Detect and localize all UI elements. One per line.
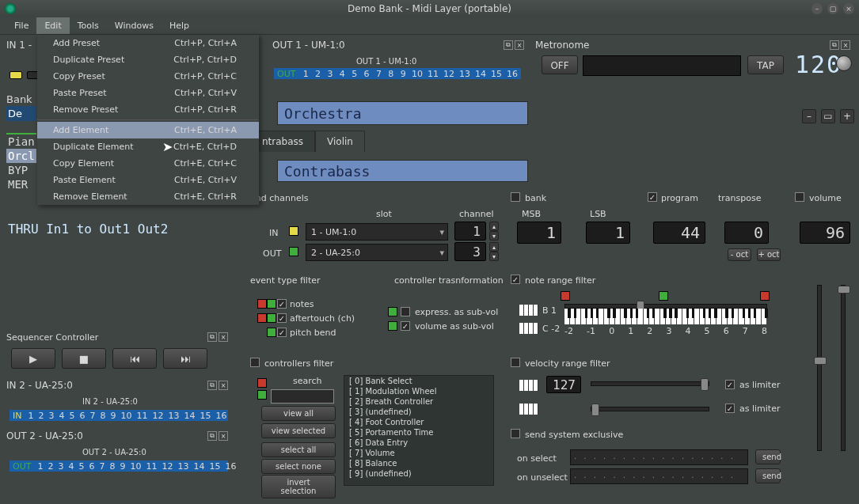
view-selected-button[interactable]: view selected: [261, 423, 336, 438]
sysex-checkbox[interactable]: [511, 429, 520, 438]
transpose-display[interactable]: 0: [724, 222, 769, 244]
out1-channel-strip[interactable]: OUT12345678910111213141516: [274, 68, 521, 79]
close-button[interactable]: ×: [843, 3, 854, 14]
msb-display[interactable]: 1: [517, 222, 561, 244]
vel-range-checkbox[interactable]: [511, 358, 520, 367]
oct-plus-button[interactable]: + oct: [757, 248, 781, 261]
view-all-button[interactable]: view all: [261, 406, 336, 421]
out2-close-icon[interactable]: ×: [219, 431, 228, 441]
menu-item-paste-element[interactable]: Paste ElementCtrl+E, Ctrl+V: [37, 172, 259, 188]
menu-item-add-element[interactable]: Add ElementCtrl+E, Ctrl+A: [37, 122, 259, 138]
prev-button[interactable]: ⏮: [112, 348, 157, 369]
cc-list-item[interactable]: [ 9] (undefined): [344, 468, 493, 479]
preset-plus-button[interactable]: +: [840, 109, 854, 123]
out2-channel-strip[interactable]: OUT12345678910111213141516: [10, 460, 228, 472]
menu-item-duplicate-preset[interactable]: Duplicate PresetCtrl+P, Ctrl+D: [37, 51, 259, 68]
vel-limiter-2-checkbox[interactable]: [725, 404, 735, 413]
out1-detach-icon[interactable]: ⧉: [504, 40, 513, 50]
in2-close-icon[interactable]: ×: [219, 381, 228, 390]
tab-violin[interactable]: Violin: [315, 131, 365, 152]
select-none-button[interactable]: select none: [261, 459, 336, 474]
menu-item-remove-preset[interactable]: Remove PresetCtrl+P, Ctrl+R: [37, 101, 259, 118]
out1-close-icon[interactable]: ×: [515, 40, 524, 50]
select-all-button[interactable]: select all: [261, 442, 336, 457]
next-button[interactable]: ⏭: [163, 348, 207, 369]
cc-list-item[interactable]: [ 6] Data Entry: [344, 438, 493, 448]
route-in-ch-down[interactable]: ▾: [489, 231, 499, 241]
volume-display[interactable]: 96: [800, 222, 850, 244]
vel-value-display[interactable]: 127: [546, 376, 581, 393]
vslider-1[interactable]: [817, 285, 822, 451]
menu-item-copy-element[interactable]: Copy ElementCtrl+E, Ctrl+C: [37, 155, 259, 172]
menu-item-copy-preset[interactable]: Copy PresetCtrl+P, Ctrl+C: [37, 68, 259, 85]
pitch-checkbox[interactable]: [277, 328, 287, 337]
cc-list-item[interactable]: [ 2] Breath Controller: [344, 396, 493, 407]
invert-selection-button[interactable]: invert selection: [261, 475, 336, 498]
after-checkbox[interactable]: [277, 313, 287, 323]
cc-list-item[interactable]: [ 5] Portamento Time: [344, 427, 493, 438]
vel-slider-1[interactable]: [591, 381, 709, 386]
play-button[interactable]: ▶: [11, 348, 55, 369]
cc-list-item[interactable]: [ 4] Foot Controller: [344, 417, 493, 427]
cc-list-item[interactable]: [ 1] Modulation Wheel: [344, 386, 493, 396]
lsb-display[interactable]: 1: [586, 222, 630, 244]
in2-channel-strip[interactable]: IN12345678910111213141516: [10, 410, 228, 421]
menu-windows[interactable]: Windows: [107, 17, 162, 34]
menu-item-add-preset[interactable]: Add PresetCtrl+P, Ctrl+A: [37, 35, 259, 51]
seq-detach-icon[interactable]: ⧉: [207, 332, 217, 342]
menu-tools[interactable]: Tools: [70, 17, 107, 34]
metronome-detach-icon[interactable]: ⧉: [830, 40, 839, 50]
expr-checkbox[interactable]: [401, 307, 410, 316]
bank-checkbox[interactable]: [511, 192, 520, 202]
cc-listbox[interactable]: [ 0] Bank Select[ 1] Modulation Wheel[ 2…: [344, 375, 494, 486]
menu-item-remove-element[interactable]: Remove ElementCtrl+E, Ctrl+R: [37, 188, 259, 205]
menu-edit[interactable]: Edit: [36, 17, 69, 34]
menu-item-paste-preset[interactable]: Paste PresetCtrl+P, Ctrl+V: [37, 85, 259, 101]
ctrl-filter-checkbox[interactable]: [250, 358, 260, 367]
stop-button[interactable]: ■: [62, 348, 106, 369]
preset-row[interactable]: BYP: [6, 163, 36, 177]
send-button-1[interactable]: send: [755, 449, 781, 464]
program-display[interactable]: 44: [653, 222, 705, 244]
piano-keyboard[interactable]: [564, 309, 767, 324]
route-out-ch-down[interactable]: ▾: [489, 252, 499, 261]
out2-detach-icon[interactable]: ⧉: [207, 431, 217, 441]
cc-list-item[interactable]: [ 7] Volume: [344, 448, 493, 458]
on-select-field[interactable]: . . . . . . . . . . . . . . . . . . .: [570, 449, 748, 465]
bank-current[interactable]: De: [6, 106, 36, 121]
notes-checkbox[interactable]: [277, 299, 287, 309]
cc-list-item[interactable]: [ 3] (undefined): [344, 407, 493, 417]
menu-item-duplicate-element[interactable]: Duplicate ElementCtrl+E, Ctrl+D: [37, 138, 259, 155]
oct-minus-button[interactable]: - oct: [728, 248, 751, 261]
volume-checkbox[interactable]: [795, 192, 804, 202]
maximize-button[interactable]: ▢: [827, 3, 838, 14]
metronome-bpm-knob[interactable]: [836, 55, 852, 71]
preset-row[interactable]: Orcl: [6, 149, 36, 163]
in2-detach-icon[interactable]: ⧉: [207, 381, 217, 390]
cc-list-item[interactable]: [ 8] Balance: [344, 458, 493, 468]
tab-contrabass[interactable]: ntrabass: [250, 131, 315, 152]
route-in-slot-select[interactable]: 1 - UM-1:0: [306, 223, 448, 241]
program-checkbox[interactable]: [648, 192, 657, 202]
send-button-2[interactable]: send: [755, 468, 781, 483]
preset-name-field[interactable]: Orchestra: [277, 101, 528, 125]
route-out-ch-up[interactable]: ▴: [489, 242, 499, 252]
metronome-off-button[interactable]: OFF: [542, 55, 578, 74]
cc-list-item[interactable]: [ 0] Bank Select: [344, 376, 493, 386]
element-name-field[interactable]: Contrabass: [277, 160, 528, 182]
menu-help[interactable]: Help: [162, 17, 197, 34]
route-in-ch[interactable]: 1: [454, 222, 486, 241]
vel-limiter-1-checkbox[interactable]: [725, 380, 735, 389]
preset-minus-button[interactable]: –: [802, 109, 816, 123]
search-input[interactable]: [271, 389, 334, 404]
preset-row[interactable]: MER: [6, 177, 36, 191]
route-in-ch-up[interactable]: ▴: [489, 222, 499, 231]
menu-file[interactable]: File: [6, 17, 36, 34]
route-out-ch[interactable]: 3: [454, 242, 486, 261]
metronome-tap-button[interactable]: TAP: [747, 55, 784, 74]
vol-checkbox[interactable]: [401, 321, 410, 331]
preset-list[interactable]: PianOrclBYPMER: [6, 133, 36, 191]
preset-collapse-button[interactable]: ▭: [821, 109, 835, 123]
vslider-2[interactable]: [841, 285, 846, 451]
preset-row[interactable]: Pian: [6, 135, 36, 149]
